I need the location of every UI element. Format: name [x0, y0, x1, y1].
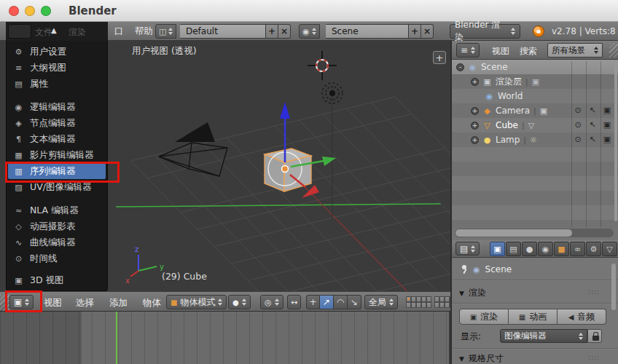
render-restrict-icon[interactable]: ▣	[600, 103, 614, 118]
lock-interface-button[interactable]	[587, 329, 602, 343]
menu-item-node-editor[interactable]: ◈节点编辑器	[7, 115, 107, 131]
tab-world[interactable]: ◉	[538, 242, 553, 256]
visibility-eye-icon[interactable]: ⊙	[571, 103, 585, 118]
render-engine-dropdown[interactable]: Blender 渲染	[450, 24, 520, 39]
select-menu[interactable]: 选择	[76, 297, 94, 309]
visibility-eye-icon[interactable]: ⊙	[571, 118, 585, 132]
menu-item-graph-editor[interactable]: ∿曲线编辑器	[7, 234, 107, 250]
manipulator-toggle-button[interactable]: +	[306, 295, 320, 309]
scrollbar-thumb[interactable]	[455, 229, 572, 237]
menu-item-3d-view[interactable]: ▣3D 视图	[7, 272, 107, 288]
menu-item-properties[interactable]: ▤属性	[7, 76, 107, 92]
delete-layout-button[interactable]: ×	[278, 24, 291, 39]
collapse-icon[interactable]: -	[456, 63, 464, 71]
scene-selector-icon[interactable]: ◉	[299, 24, 320, 39]
menu-item-text-editor[interactable]: ¶文本编辑器	[7, 131, 107, 147]
menu-item-user-preferences[interactable]: ⚙用户设置	[7, 44, 107, 60]
tab-object-data[interactable]: ▽	[602, 242, 617, 256]
menu-item-timeline[interactable]: ⊙时间线	[7, 250, 107, 266]
outliner-row-lamp[interactable]: + ● Lamp | ☼ ⊙ ↖ ▣	[452, 132, 618, 147]
audio-button[interactable]: ◀ 音频	[558, 309, 606, 325]
view-menu[interactable]: 视图	[44, 297, 62, 309]
updown-arrows-icon	[579, 333, 583, 340]
outliner-horizontal-scrollbar[interactable]	[455, 229, 614, 237]
help-menu[interactable]: 帮助	[135, 25, 153, 38]
animation-button[interactable]: ▦ 动画	[509, 309, 558, 325]
scale-manipulator-button[interactable]: ↘	[348, 295, 361, 309]
outliner-vertical-scrollbar[interactable]	[614, 63, 617, 221]
expand-icon[interactable]: +	[471, 78, 479, 86]
tab-render-layers[interactable]: ▤	[506, 242, 521, 256]
transform-orientation-dropdown[interactable]: 全局	[364, 295, 398, 309]
pivot-point-dropdown[interactable]: ◎	[260, 295, 283, 309]
annotation-box-sequence-editor	[5, 162, 120, 183]
add-scene-button[interactable]: +	[409, 24, 421, 39]
camera-object[interactable]	[159, 122, 227, 176]
zoom-window-button[interactable]	[41, 6, 51, 16]
render-button[interactable]: ▣ 渲染	[459, 309, 509, 325]
selectability-cursor-icon[interactable]: ↖	[585, 132, 600, 147]
outliner-row-world[interactable]: ◉ World	[452, 89, 618, 103]
editor-type-button[interactable]: ≡	[456, 43, 480, 58]
visibility-eye-icon[interactable]: ⊙	[571, 132, 585, 147]
outliner-row-camera[interactable]: + ◆ Camera | ▣ ⊙ ↖ ▣	[452, 103, 618, 118]
menu-item-outliner[interactable]: ≡大纲视图	[7, 60, 107, 76]
selectability-cursor-icon[interactable]: ↖	[585, 103, 600, 118]
editor-type-button-pressed[interactable]	[8, 24, 31, 39]
delete-scene-button[interactable]: ×	[421, 24, 434, 39]
properties-vertical-scrollbar[interactable]	[611, 264, 616, 310]
object-menu[interactable]: 物体	[143, 297, 161, 309]
properties-tabs: ▣ ▤ ● ◉ ■ ∞ ⚙ ▽ ◐	[490, 242, 618, 256]
selectability-cursor-icon[interactable]: ↖	[585, 118, 600, 132]
outliner-row-cube[interactable]: + ▽ Cube | ▽ ⊙ ↖ ▣	[452, 118, 618, 132]
menu-item-logic-editor[interactable]: ◉逻辑编辑器	[7, 99, 107, 115]
screen-layout-selector-icon[interactable]: ◫	[155, 24, 176, 39]
outliner-row-renderlayers[interactable]: + ▣ 渲染层 | ▣	[452, 74, 618, 89]
scene-name-field[interactable]: Scene	[326, 24, 409, 39]
dimensions-section-header[interactable]: ▼ 规格尺寸	[459, 352, 504, 364]
render-restrict-icon[interactable]: ▣	[600, 118, 614, 132]
tab-render[interactable]: ▣	[490, 242, 505, 256]
window-menu-partial[interactable]: 口	[114, 25, 124, 38]
manipulate-center-points-button[interactable]: ↔	[287, 295, 301, 309]
outliner-view-menu[interactable]: 视图	[492, 45, 509, 58]
display-mode-dropdown[interactable]: 图像编辑器	[500, 329, 587, 343]
properties-shelf-expand-button[interactable]: +	[433, 51, 446, 64]
mode-dropdown[interactable]: ■ 物体模式	[166, 295, 227, 309]
rotate-manipulator-button[interactable]: ◠	[334, 295, 348, 309]
tab-modifiers[interactable]: ⚙	[586, 242, 601, 256]
panel-drag-dots-icon[interactable]: ∷∷	[588, 288, 599, 296]
menu-item-dope-sheet[interactable]: ◇动画摄影表	[7, 218, 107, 234]
viewport-shading-dropdown[interactable]: ●	[228, 295, 251, 309]
tab-object[interactable]: ■	[554, 242, 569, 256]
minimize-window-button[interactable]	[25, 6, 35, 16]
layers-widget-left[interactable]	[406, 296, 431, 308]
expand-icon[interactable]: +	[471, 122, 479, 130]
timeline-editor[interactable]	[0, 312, 449, 364]
add-menu[interactable]: 添加	[109, 297, 128, 309]
translate-manipulator-button[interactable]: ↗	[320, 295, 334, 309]
expand-icon[interactable]: +	[471, 107, 479, 115]
close-window-button[interactable]	[9, 6, 19, 16]
tab-constraints[interactable]: ∞	[570, 242, 585, 256]
resize-corner-icon[interactable]	[609, 43, 618, 58]
display-mode-dropdown[interactable]: 所有场景	[547, 43, 603, 58]
layout-name-field[interactable]: Default	[180, 24, 266, 39]
expand-icon[interactable]: +	[471, 136, 479, 144]
render-section-header[interactable]: ▼ 渲染	[459, 287, 486, 299]
pin-icon[interactable]	[461, 264, 468, 274]
timeline-playhead[interactable]	[116, 312, 117, 364]
editor-type-button[interactable]: ▤	[455, 242, 480, 256]
outliner-search-menu[interactable]: 搜索	[520, 45, 537, 58]
layers-widget-right[interactable]	[434, 296, 450, 308]
cursor-3d[interactable]	[308, 51, 337, 80]
panel-drag-dots-icon[interactable]: ∷∷	[588, 354, 599, 362]
titlebar: Blender	[0, 0, 618, 22]
menu-item-movie-clip-editor[interactable]: ▦影片剪辑编辑器	[7, 147, 107, 163]
add-layout-button[interactable]: +	[266, 24, 278, 39]
menu-item-nla-editor[interactable]: ≈NLA 编辑器	[7, 202, 107, 218]
render-restrict-icon[interactable]: ▣	[600, 132, 614, 147]
lamp-object[interactable]	[322, 83, 343, 220]
outliner-row-scene[interactable]: - ◉ Scene	[452, 60, 618, 74]
tab-scene[interactable]: ●	[522, 242, 537, 256]
